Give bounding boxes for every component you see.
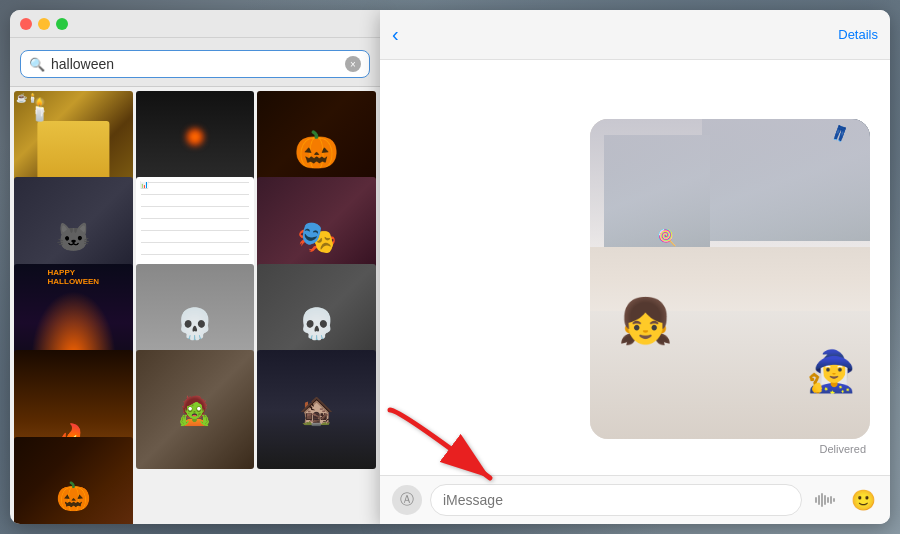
audio-waveform-icon bbox=[815, 493, 835, 507]
candy-detail: 🍭 bbox=[657, 228, 677, 247]
imessage-header: ‹ Details bbox=[380, 10, 890, 60]
message-bubble-container: 👧 🧙‍♀️ 🍭 👖 Delivered bbox=[590, 119, 870, 455]
maximize-window-button[interactable] bbox=[56, 18, 68, 30]
back-button[interactable]: ‹ bbox=[392, 23, 399, 46]
photos-search-header: 🔍 × bbox=[10, 38, 380, 87]
minimize-window-button[interactable] bbox=[38, 18, 50, 30]
emoji-icon: 🙂 bbox=[851, 488, 876, 512]
search-input[interactable] bbox=[51, 56, 339, 72]
child-figure: 👧 bbox=[618, 299, 673, 343]
emoji-button[interactable]: 🙂 bbox=[848, 485, 878, 515]
details-button[interactable]: Details bbox=[838, 27, 878, 42]
search-clear-button[interactable]: × bbox=[345, 56, 361, 72]
photo-thumbnail-happy-halloween[interactable]: Happy Halloween bbox=[14, 437, 133, 524]
close-window-button[interactable] bbox=[20, 18, 32, 30]
app-window: 🔍 × ☕🕯️ 📊 HAPPYHALLOWEEN bbox=[0, 0, 900, 534]
imessage-panel: ‹ Details 👧 🧙‍♀️ bbox=[380, 10, 890, 524]
delivered-label: Delivered bbox=[820, 443, 866, 455]
search-bar[interactable]: 🔍 × bbox=[20, 50, 370, 78]
app-store-icon: Ⓐ bbox=[400, 491, 414, 509]
message-photo-content: 👧 🧙‍♀️ 🍭 👖 bbox=[590, 119, 870, 439]
search-icon: 🔍 bbox=[29, 57, 45, 72]
message-input-area: Ⓐ 🙂 bbox=[380, 475, 890, 524]
witch-figure: 🧙‍♀️ bbox=[806, 351, 856, 391]
message-image: 👧 🧙‍♀️ 🍭 👖 bbox=[590, 119, 870, 439]
audio-button[interactable] bbox=[810, 485, 840, 515]
message-input[interactable] bbox=[430, 484, 802, 516]
photo-thumbnail-costume[interactable] bbox=[136, 350, 255, 469]
photo-thumbnail-haunted-house[interactable] bbox=[257, 350, 376, 469]
app-store-button[interactable]: Ⓐ bbox=[392, 485, 422, 515]
photos-grid: ☕🕯️ 📊 HAPPYHALLOWEEN Happy Halloween bbox=[10, 87, 380, 524]
chat-area: 👧 🧙‍♀️ 🍭 👖 Delivered bbox=[380, 60, 890, 475]
window-controls bbox=[10, 10, 380, 38]
photos-panel: 🔍 × ☕🕯️ 📊 HAPPYHALLOWEEN bbox=[10, 10, 380, 524]
